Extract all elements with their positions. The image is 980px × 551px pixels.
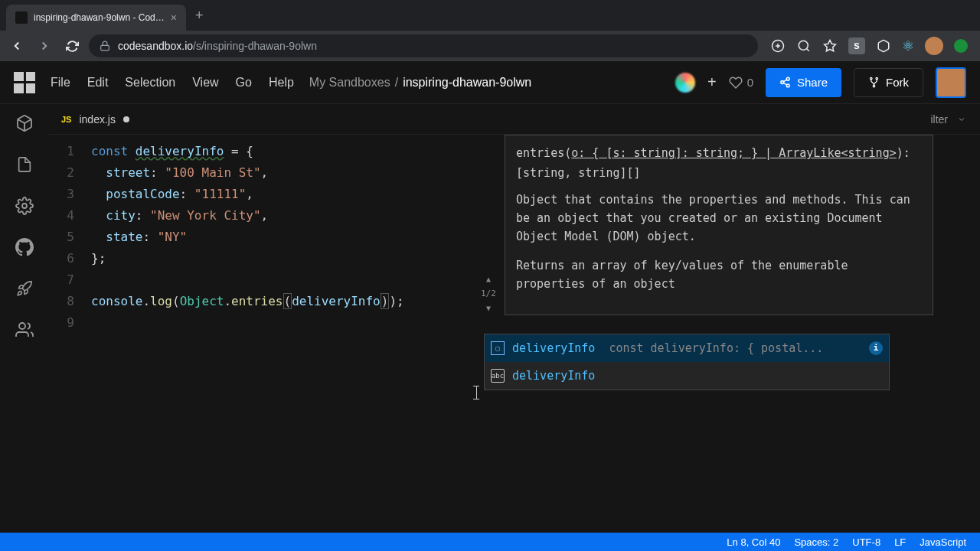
autocomplete-item[interactable]: abc deliveryInfo bbox=[485, 362, 889, 390]
eol[interactable]: LF bbox=[894, 536, 906, 548]
svg-point-14 bbox=[873, 85, 875, 87]
main-menu: File Edit Selection View Go Help bbox=[51, 76, 294, 90]
share-label: Share bbox=[797, 76, 828, 89]
word-icon: abc bbox=[491, 369, 505, 383]
editor-tabs: JS index.js ilter bbox=[49, 104, 980, 135]
tab-filename: index.js bbox=[79, 113, 115, 126]
deploy-rocket-icon[interactable] bbox=[15, 279, 34, 298]
svg-point-7 bbox=[786, 77, 789, 80]
svg-point-9 bbox=[786, 84, 789, 87]
variable-icon: ▢ bbox=[491, 341, 505, 355]
menu-view[interactable]: View bbox=[192, 76, 218, 90]
svg-point-16 bbox=[22, 204, 27, 208]
menu-selection[interactable]: Selection bbox=[125, 76, 175, 90]
js-icon: JS bbox=[61, 115, 71, 124]
svg-rect-0 bbox=[101, 45, 109, 50]
like-button[interactable]: 0 bbox=[729, 76, 753, 90]
menu-file[interactable]: File bbox=[51, 76, 70, 90]
reload-button[interactable] bbox=[61, 35, 83, 57]
autocomplete-item[interactable]: ▢ deliveryInfo const deliveryInfo: { pos… bbox=[485, 334, 889, 362]
signature-nav[interactable]: ▲ 1/2 ▼ bbox=[481, 276, 496, 312]
bookmark-icon[interactable] bbox=[822, 38, 838, 54]
signature-text: entries(o: { [s: string]: string; } | Ar… bbox=[516, 143, 922, 183]
explorer-icon[interactable] bbox=[15, 155, 34, 174]
svg-point-4 bbox=[799, 41, 808, 50]
zoom-icon[interactable] bbox=[796, 38, 812, 54]
breadcrumb-parent[interactable]: My Sandboxes bbox=[309, 76, 390, 90]
ac-label: deliveryInfo bbox=[512, 337, 595, 359]
editor-tab[interactable]: JS index.js bbox=[49, 104, 142, 134]
signature-help-popup: ▲ 1/2 ▼ entries(o: { [s: string]: string… bbox=[505, 135, 933, 315]
fork-button[interactable]: Fork bbox=[854, 68, 923, 97]
menu-go[interactable]: Go bbox=[236, 76, 252, 90]
breadcrumb: My Sandboxes / inspiring-dhawan-9olwn bbox=[309, 76, 531, 90]
react-devtools-icon[interactable]: ⚛ bbox=[902, 37, 914, 54]
main-layout: JS index.js ilter 1const deliveryInfo = … bbox=[0, 104, 980, 533]
github-icon[interactable] bbox=[15, 237, 34, 257]
browser-toolbar: codesandbox.io/s/inspiring-dhawan-9olwn … bbox=[0, 31, 980, 61]
back-button[interactable] bbox=[6, 35, 28, 57]
svg-point-17 bbox=[19, 323, 25, 329]
indent-setting[interactable]: Spaces: 2 bbox=[794, 536, 838, 548]
svg-marker-6 bbox=[825, 41, 836, 51]
svg-line-11 bbox=[783, 80, 786, 81]
svg-line-10 bbox=[783, 83, 786, 84]
language-mode[interactable]: JavaScript bbox=[920, 536, 966, 548]
fork-label: Fork bbox=[886, 76, 909, 89]
app-header: File Edit Selection View Go Help My Sand… bbox=[0, 61, 980, 104]
chevron-down-icon[interactable]: ▼ bbox=[486, 305, 491, 312]
cursor-position[interactable]: Ln 8, Col 40 bbox=[727, 536, 780, 548]
profile-indicator[interactable] bbox=[954, 39, 968, 53]
signature-desc-2: Returns an array of key/values of the en… bbox=[516, 256, 922, 293]
signature-counter: 1/2 bbox=[481, 283, 496, 305]
like-count: 0 bbox=[747, 76, 753, 89]
share-button[interactable]: Share bbox=[766, 68, 841, 97]
svg-point-12 bbox=[871, 77, 873, 80]
add-button[interactable]: + bbox=[707, 73, 717, 91]
extensions-icon[interactable] bbox=[876, 38, 891, 54]
extension-icon[interactable]: S bbox=[848, 37, 865, 54]
deploy-icon[interactable] bbox=[675, 73, 695, 93]
chevron-up-icon[interactable]: ▲ bbox=[486, 276, 491, 283]
svg-line-5 bbox=[806, 48, 808, 51]
url-domain: codesandbox.io bbox=[118, 40, 193, 52]
info-icon[interactable]: i bbox=[869, 341, 883, 355]
settings-icon[interactable] bbox=[15, 196, 34, 216]
breadcrumb-sep: / bbox=[395, 76, 398, 90]
code-editor[interactable]: 1const deliveryInfo = { 2 street: "100 M… bbox=[49, 135, 980, 340]
autocomplete-popup: ▢ deliveryInfo const deliveryInfo: { pos… bbox=[484, 334, 890, 390]
status-bar: Ln 8, Col 40 Spaces: 2 UTF-8 LF JavaScri… bbox=[0, 533, 980, 551]
browser-tab[interactable]: inspiring-dhawan-9olwn - Cod… × bbox=[6, 5, 186, 31]
favicon bbox=[15, 11, 28, 24]
sandbox-info-icon[interactable] bbox=[15, 113, 34, 133]
tab-title: inspiring-dhawan-9olwn - Cod… bbox=[34, 12, 165, 23]
live-icon[interactable] bbox=[15, 320, 34, 340]
forward-button[interactable] bbox=[34, 35, 55, 57]
svg-point-13 bbox=[876, 77, 878, 80]
close-icon[interactable]: × bbox=[171, 11, 177, 24]
new-tab-button[interactable]: + bbox=[186, 8, 213, 24]
ac-label: deliveryInfo bbox=[512, 365, 595, 386]
user-avatar[interactable] bbox=[936, 67, 966, 98]
ac-detail: const deliveryInfo: { postal... bbox=[609, 337, 861, 359]
signature-desc-1: Object that contains the properties and … bbox=[516, 191, 922, 246]
install-icon[interactable] bbox=[770, 38, 786, 54]
text-cursor-icon bbox=[476, 386, 477, 399]
editor-area: JS index.js ilter 1const deliveryInfo = … bbox=[49, 104, 980, 533]
filter-dropdown[interactable]: ilter bbox=[930, 113, 966, 126]
encoding[interactable]: UTF-8 bbox=[852, 536, 880, 548]
toolbar-right: S ⚛ bbox=[764, 37, 974, 55]
address-bar[interactable]: codesandbox.io/s/inspiring-dhawan-9olwn bbox=[89, 34, 758, 57]
menu-help[interactable]: Help bbox=[269, 76, 294, 90]
breadcrumb-current[interactable]: inspiring-dhawan-9olwn bbox=[403, 76, 531, 90]
url-path: /s/inspiring-dhawan-9olwn bbox=[193, 40, 317, 52]
codesandbox-logo[interactable] bbox=[14, 72, 35, 93]
profile-avatar[interactable] bbox=[925, 37, 943, 55]
activity-bar bbox=[0, 104, 49, 533]
browser-tab-strip: inspiring-dhawan-9olwn - Cod… × + bbox=[0, 0, 980, 31]
svg-point-8 bbox=[781, 81, 784, 84]
dirty-indicator-icon bbox=[123, 116, 129, 122]
menu-edit[interactable]: Edit bbox=[87, 76, 109, 90]
